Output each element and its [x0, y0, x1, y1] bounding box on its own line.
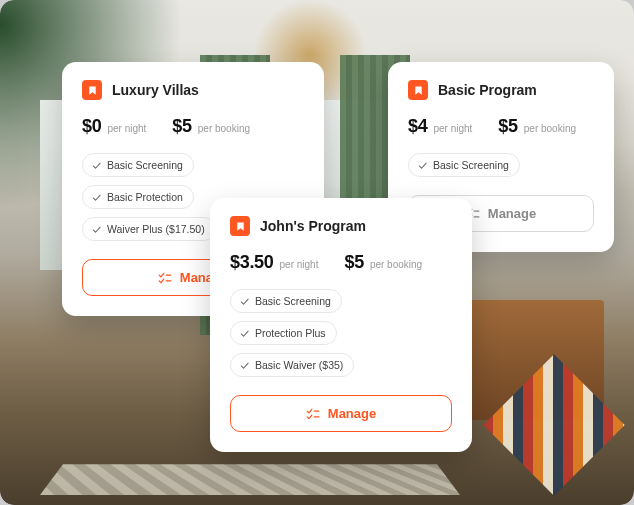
price-per-night: $4 [408, 116, 427, 137]
manage-label: Manage [488, 206, 536, 221]
pricing-row: $0 per night $5 per booking [82, 116, 304, 137]
price-per-booking: $5 [172, 116, 191, 137]
per-booking-label: per booking [524, 123, 576, 134]
feature-label: Waiver Plus ($17.50) [107, 223, 205, 235]
bookmark-icon [230, 216, 250, 236]
price-per-booking: $5 [498, 116, 517, 137]
pricing-row: $4 per night $5 per booking [408, 116, 594, 137]
manage-button[interactable]: Manage [230, 395, 452, 432]
per-night-label: per night [280, 259, 319, 270]
card-title: Basic Program [438, 82, 537, 98]
per-night-label: per night [433, 123, 472, 134]
bookmark-icon [408, 80, 428, 100]
feature-pill: Basic Screening [408, 153, 520, 177]
check-icon [91, 160, 102, 171]
feature-label: Basic Screening [107, 159, 183, 171]
feature-label: Protection Plus [255, 327, 326, 339]
feature-label: Basic Screening [433, 159, 509, 171]
check-icon [417, 160, 428, 171]
check-icon [239, 328, 250, 339]
price-per-night: $0 [82, 116, 101, 137]
manage-icon [306, 408, 320, 420]
pricing-row: $3.50 per night $5 per booking [230, 252, 452, 273]
feature-pill: Waiver Plus ($17.50) [82, 217, 216, 241]
feature-pill: Basic Waiver ($35) [230, 353, 354, 377]
price-per-booking: $5 [344, 252, 363, 273]
program-card-johns: John's Program $3.50 per night $5 per bo… [210, 198, 472, 452]
card-title: John's Program [260, 218, 366, 234]
price-per-night: $3.50 [230, 252, 274, 273]
check-icon [239, 360, 250, 371]
feature-pill: Basic Protection [82, 185, 194, 209]
per-booking-label: per booking [370, 259, 422, 270]
feature-label: Basic Waiver ($35) [255, 359, 343, 371]
feature-label: Basic Protection [107, 191, 183, 203]
check-icon [239, 296, 250, 307]
feature-pill: Basic Screening [230, 289, 342, 313]
check-icon [91, 224, 102, 235]
bookmark-icon [82, 80, 102, 100]
check-icon [91, 192, 102, 203]
manage-label: Manage [328, 406, 376, 421]
feature-pill: Basic Screening [82, 153, 194, 177]
feature-label: Basic Screening [255, 295, 331, 307]
feature-pill: Protection Plus [230, 321, 337, 345]
manage-icon [158, 272, 172, 284]
card-title: Luxury Villas [112, 82, 199, 98]
per-night-label: per night [107, 123, 146, 134]
per-booking-label: per booking [198, 123, 250, 134]
